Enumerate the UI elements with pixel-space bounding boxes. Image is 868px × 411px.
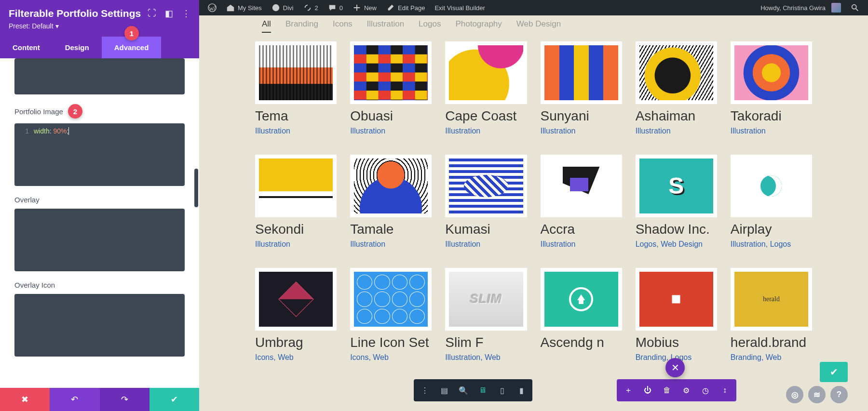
scrollbar-thumb[interactable]	[194, 169, 198, 207]
portfolio-item[interactable]: TamaleIllustration	[350, 155, 432, 249]
tablet-view-icon[interactable]: ▯	[493, 382, 511, 398]
close-toolbar-button[interactable]: ✕	[665, 358, 685, 377]
new-content[interactable]: New	[348, 0, 381, 15]
account[interactable]: Howdy, Christina Gwira	[756, 0, 846, 15]
cancel-button[interactable]: ✖	[0, 388, 50, 411]
portfolio-categories[interactable]: Branding, Web	[731, 353, 812, 362]
power-icon[interactable]: ⏻	[638, 382, 657, 398]
undo-button[interactable]: ↶	[50, 388, 99, 411]
svg-point-1	[272, 4, 279, 11]
portfolio-item[interactable]: heraldherald.brandBranding, Web	[731, 268, 812, 362]
redo-button[interactable]: ↷	[100, 388, 149, 411]
portfolio-thumb	[350, 41, 432, 104]
portfolio-item[interactable]: SLIMSlim FIllustration, Web	[445, 268, 527, 362]
portfolio-categories[interactable]: Illustration	[445, 127, 527, 135]
trash-icon[interactable]: 🗑	[657, 382, 677, 398]
callout-1: 1	[124, 26, 139, 40]
filter-web-design[interactable]: Web Design	[516, 19, 561, 33]
portfolio-title: Ashaiman	[636, 109, 717, 124]
portfolio-thumb	[541, 268, 622, 331]
filter-photography[interactable]: Photography	[455, 19, 502, 33]
portfolio-title: Shadow Inc.	[636, 222, 717, 237]
portfolio-item[interactable]: MobiusBranding, Logos	[636, 268, 717, 362]
portfolio-item[interactable]: Cape CoastIllustration	[445, 41, 527, 135]
kebab-icon[interactable]: ⋮	[182, 8, 190, 19]
tab-design[interactable]: Design	[53, 37, 102, 58]
portfolio-categories[interactable]: Logos, Web Design	[636, 240, 717, 249]
desktop-view-icon[interactable]: 🖥	[474, 382, 492, 398]
edit-page[interactable]: Edit Page	[381, 0, 430, 15]
stack-icon[interactable]: ≋	[808, 386, 826, 403]
exit-visual-builder[interactable]: Exit Visual Builder	[430, 0, 490, 15]
thumbnail-art	[449, 159, 523, 213]
portfolio-categories[interactable]: Illustration	[255, 127, 337, 135]
portfolio-categories[interactable]: Illustration, Logos	[731, 240, 812, 249]
code-editor-prev[interactable]	[14, 58, 185, 94]
my-sites[interactable]: My Sites	[221, 0, 267, 15]
portfolio-item[interactable]: UmbragIcons, Web	[255, 268, 337, 362]
phone-view-icon[interactable]: ▮	[512, 382, 530, 398]
gear-icon[interactable]: ⚙	[677, 382, 696, 398]
portfolio-item[interactable]: Shadow Inc.Logos, Web Design	[636, 155, 717, 249]
portfolio-categories[interactable]: Illustration, Web	[445, 353, 527, 362]
layers-icon[interactable]: ◎	[786, 386, 803, 403]
portfolio-categories[interactable]: Illustration	[541, 240, 622, 249]
portfolio-title: Cape Coast	[445, 109, 527, 124]
tab-content[interactable]: Content	[0, 37, 53, 58]
code-editor-overlay[interactable]	[14, 209, 185, 271]
portfolio-item[interactable]: AshaimanIllustration	[636, 41, 717, 135]
portfolio-categories[interactable]: Icons, Web	[350, 353, 432, 362]
filter-all[interactable]: All	[262, 19, 271, 33]
portfolio-categories[interactable]: Icons, Web	[255, 353, 337, 362]
portfolio-thumb	[445, 155, 527, 217]
filter-logos[interactable]: Logos	[419, 19, 441, 33]
portfolio-item[interactable]: Line Icon SetIcons, Web	[350, 268, 432, 362]
portfolio-item[interactable]: AccraIllustration	[541, 155, 622, 249]
portfolio-item[interactable]: Ascendg n	[541, 268, 622, 362]
expand-icon[interactable]: ⛶	[148, 8, 156, 19]
publish-button[interactable]: ✔	[820, 362, 848, 382]
comments[interactable]: 0	[323, 0, 348, 15]
snap-icon[interactable]: ◧	[165, 8, 173, 19]
zoom-icon[interactable]: 🔍	[454, 382, 473, 398]
portfolio-categories[interactable]: Illustration	[541, 127, 622, 135]
portfolio-categories[interactable]: Illustration	[350, 127, 432, 135]
portfolio-title: Accra	[541, 222, 622, 237]
filter-branding[interactable]: Branding	[285, 19, 318, 33]
portfolio-item[interactable]: KumasiIllustration	[445, 155, 527, 249]
wp-logo[interactable]	[203, 0, 221, 15]
portfolio-item[interactable]: SekondiIllustration	[255, 155, 337, 249]
filter-illustration[interactable]: Illustration	[367, 19, 404, 33]
portfolio-categories[interactable]: Illustration	[350, 240, 432, 249]
wireframe-view-icon[interactable]: ▤	[435, 382, 453, 398]
updates-count: 2	[315, 4, 318, 12]
updates[interactable]: 2	[298, 0, 323, 15]
portfolio-item[interactable]: TemaIllustration	[255, 41, 337, 135]
code-editor-portfolio-image[interactable]: 1 width: 90%;	[14, 123, 185, 186]
thumbnail-art	[544, 45, 618, 100]
history-icon[interactable]: ◷	[696, 382, 715, 398]
portfolio-categories[interactable]: Illustration	[636, 127, 717, 135]
portfolio-categories[interactable]: Illustration	[731, 127, 812, 135]
thumbnail-art	[259, 45, 333, 100]
portfolio-thumb	[350, 268, 432, 331]
preset-selector[interactable]: Preset: Default▾	[9, 22, 190, 30]
portfolio-item[interactable]: ObuasiIllustration	[350, 41, 432, 135]
search-icon[interactable]	[846, 0, 864, 15]
portfolio-item[interactable]: SunyaniIllustration	[541, 41, 622, 135]
code-editor-overlay-icon[interactable]	[14, 294, 185, 357]
menu-icon[interactable]: ⋮	[416, 382, 434, 398]
save-button[interactable]: ✔	[149, 388, 199, 411]
portfolio-filters: AllBrandingIconsIllustrationLogosPhotogr…	[199, 15, 868, 41]
action-toolbar: ＋ ⏻ 🗑 ⚙ ◷ ↕	[617, 379, 736, 401]
portfolio-item[interactable]: TakoradiIllustration	[731, 41, 812, 135]
sort-icon[interactable]: ↕	[715, 382, 734, 398]
help-icon[interactable]: ?	[830, 386, 848, 403]
portfolio-categories[interactable]: Illustration	[255, 240, 337, 249]
add-icon[interactable]: ＋	[619, 382, 638, 398]
portfolio-thumb	[636, 41, 717, 104]
filter-icons[interactable]: Icons	[333, 19, 353, 33]
site-name[interactable]: Divi	[267, 0, 298, 15]
portfolio-categories[interactable]: Illustration	[445, 240, 527, 249]
portfolio-item[interactable]: AirplayIllustration, Logos	[731, 155, 812, 249]
